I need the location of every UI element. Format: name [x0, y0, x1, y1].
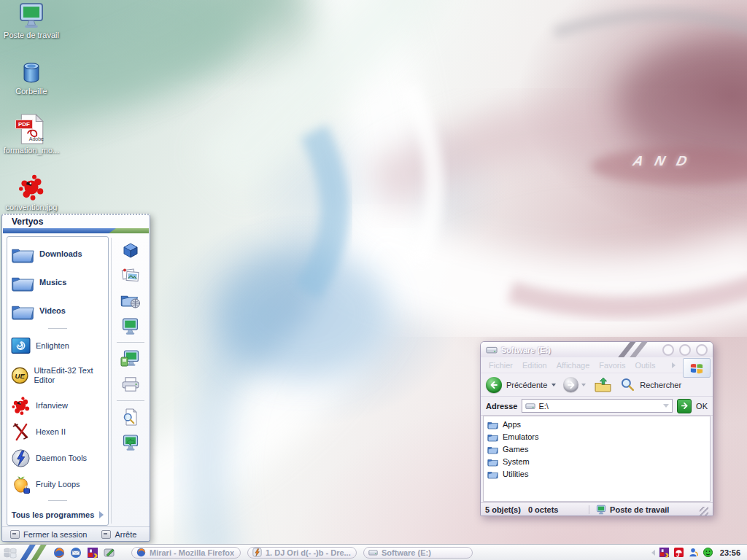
windows-logo — [683, 358, 711, 378]
desktop-icon-label: Corbeille — [15, 87, 47, 96]
start-menu-network-folder[interactable] — [120, 290, 142, 311]
firefox-icon[interactable] — [53, 547, 65, 559]
window-title: Software (E:) — [501, 346, 551, 354]
computer-icon — [17, 1, 46, 29]
folder-icon — [487, 457, 498, 467]
desktop-icon-corbeille[interactable]: Corbeille — [0, 61, 63, 96]
forward-button[interactable] — [563, 377, 578, 392]
log-off-button[interactable]: Fermer la session — [10, 530, 87, 539]
daemon-tools-disc-icon — [11, 448, 31, 468]
close-button[interactable] — [696, 344, 708, 356]
thunderbird-icon[interactable] — [70, 547, 82, 559]
menu-affichage[interactable]: Affichage — [557, 361, 590, 370]
enlighten-swirl-icon — [11, 336, 31, 356]
start-menu-item-videos[interactable]: Videos — [7, 297, 108, 325]
arrow-left-icon — [489, 381, 498, 389]
computer-icon — [596, 505, 606, 515]
task-button-firefox[interactable]: Mirari - Mozilla Firefox — [131, 547, 241, 559]
back-button[interactable] — [486, 377, 502, 393]
menu-outils[interactable]: Outils — [635, 361, 655, 370]
explorer-window: Software (E:) Fichier Edition Affichage … — [480, 341, 713, 516]
task-buttons: Mirari - Mozilla Firefox 1. DJ Ori d(- -… — [131, 547, 473, 559]
folder-icon — [487, 470, 498, 479]
run-icon — [121, 433, 140, 452]
start-menu-my-documents[interactable] — [120, 239, 142, 260]
file-row-games[interactable]: Games — [487, 444, 706, 454]
start-menu-item-musics[interactable]: Musics — [7, 268, 108, 297]
start-menu-right-panel — [114, 239, 147, 453]
emulator-tray-icon[interactable] — [659, 547, 670, 558]
file-row-utilities[interactable]: Utilities — [487, 469, 706, 479]
menu-favoris[interactable]: Favoris — [599, 361, 625, 370]
start-menu: Vertyos Downloads Musics Videos — [1, 214, 150, 542]
search-button[interactable] — [620, 377, 635, 392]
start-menu-my-pictures[interactable] — [120, 265, 142, 285]
desktop-icon-pdf-document[interactable]: PDF Adobe formation_mo... — [0, 114, 63, 155]
emulator-icon[interactable] — [87, 547, 98, 559]
messenger-tray-icon[interactable] — [688, 547, 699, 558]
title-bar[interactable]: Software (E:) — [481, 342, 713, 357]
start-menu-my-computer[interactable] — [120, 316, 142, 336]
desktop-icon-label: convention.jpg — [6, 203, 58, 212]
chevron-right-icon — [99, 511, 104, 518]
arrow-right-icon — [681, 402, 689, 410]
back-dropdown-caret[interactable] — [551, 384, 556, 386]
go-button[interactable] — [677, 399, 692, 413]
start-button[interactable] — [0, 545, 43, 560]
all-programs-button[interactable]: Tous les programmes — [7, 507, 108, 522]
shut-down-icon — [101, 530, 111, 539]
pdf-badge: PDF — [15, 120, 33, 129]
winamp-icon — [252, 548, 262, 557]
toolbar: Précédente Rechercher — [481, 373, 713, 397]
start-menu-printers[interactable] — [120, 374, 142, 394]
maximize-button[interactable] — [679, 344, 691, 356]
start-menu-item-daemon-tools[interactable]: Daemon Tools — [7, 445, 108, 471]
start-menu-body: Downloads Musics Videos Enlighten — [2, 234, 150, 527]
my-computer-icon — [121, 317, 139, 335]
start-menu-item-hexen[interactable]: Hexen II — [7, 419, 108, 445]
start-menu-item-irfanview[interactable]: Irfanview — [7, 392, 108, 419]
start-menu-run[interactable] — [120, 432, 142, 453]
status-size: 0 octets — [528, 505, 559, 514]
arrow-right-icon — [567, 381, 576, 389]
ultraedit-badge-icon: UE — [11, 365, 28, 386]
resize-grip[interactable] — [700, 507, 708, 516]
start-menu-item-ultraedit[interactable]: UE UltraEdit-32 Text Editor — [7, 359, 108, 392]
start-menu-item-enlighten[interactable]: Enlighten — [7, 332, 108, 359]
fruity-loops-fruit-icon — [11, 475, 31, 494]
status-zone: Poste de travail — [610, 505, 669, 514]
hexen-dagger-icon — [11, 422, 31, 442]
search-label: Rechercher — [640, 381, 681, 389]
file-row-system[interactable]: System — [487, 456, 706, 467]
avira-tray-icon[interactable] — [673, 547, 684, 558]
minimize-button[interactable] — [662, 344, 674, 356]
desktop-icon-poste-de-travail[interactable]: Poste de travail — [0, 1, 63, 40]
start-menu-separator — [48, 500, 67, 502]
address-dropdown-caret[interactable] — [663, 404, 669, 408]
status-smiley-tray-icon[interactable] — [703, 547, 713, 558]
folder-icon — [487, 420, 498, 429]
shut-down-button[interactable]: Arrête — [101, 530, 136, 539]
show-desktop-icon[interactable] — [104, 547, 115, 559]
task-button-winamp[interactable]: 1. DJ Ori d(- -)b - Dre... — [247, 547, 357, 559]
start-menu-item-fruity-loops[interactable]: Fruity Loops — [7, 471, 108, 497]
start-menu-control-panel[interactable] — [120, 349, 142, 369]
windows-flag-icon — [689, 362, 704, 375]
up-folder-button[interactable] — [595, 377, 611, 392]
desktop-icon-label: formation_mo... — [4, 146, 59, 155]
start-menu-search[interactable] — [120, 407, 142, 427]
file-row-apps[interactable]: Apps — [487, 419, 706, 429]
task-button-software-e[interactable]: Software (E:) — [363, 547, 473, 559]
address-value: E:\ — [538, 402, 548, 411]
menu-fichier[interactable]: Fichier — [489, 361, 513, 370]
tray-chevron-icon[interactable] — [651, 550, 655, 556]
menu-overflow-chevron[interactable] — [672, 362, 676, 368]
menu-edition[interactable]: Edition — [522, 361, 547, 370]
file-row-emulators[interactable]: Emulators — [487, 432, 706, 442]
start-menu-left-panel: Downloads Musics Videos Enlighten — [7, 236, 109, 526]
system-tray: 23:56 — [651, 547, 747, 558]
address-input[interactable]: E:\ — [522, 399, 673, 413]
start-menu-item-downloads[interactable]: Downloads — [7, 240, 108, 268]
forward-dropdown-caret[interactable] — [581, 384, 586, 386]
desktop-icon-convention-jpg[interactable]: convention.jpg — [0, 174, 63, 212]
